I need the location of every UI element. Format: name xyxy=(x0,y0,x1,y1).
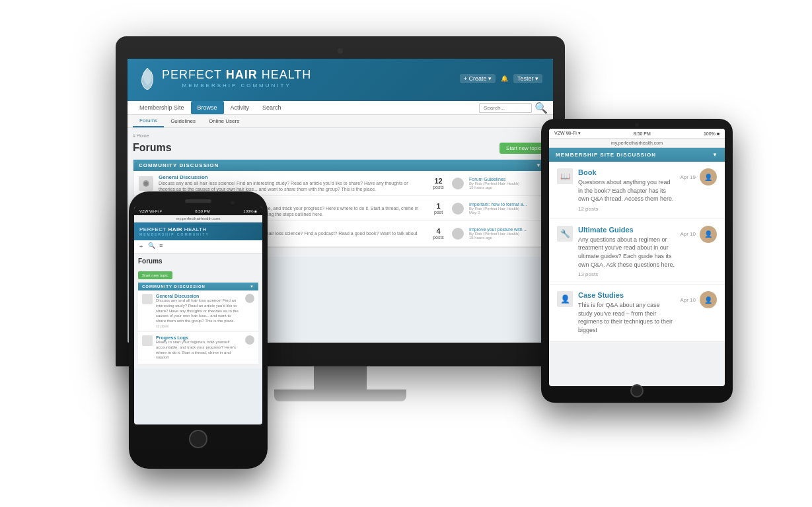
logo-icon xyxy=(138,67,157,90)
monitor-search-input[interactable] xyxy=(479,103,532,113)
search-icon[interactable]: 🔍 xyxy=(535,102,548,114)
tablet-screen: VZW Wi-Fi ▾ 8:50 PM 100% ■ my.perfecthai… xyxy=(549,129,725,386)
tablet-forum-date-guides: Apr 10 xyxy=(680,231,696,237)
phone-time: 8:50 PM xyxy=(195,209,209,213)
phone-status-bar: VZW Wi-Fi ▾ 8:50 PM 100% ■ xyxy=(134,207,262,215)
tablet-forum-info-cases: Case Studies This is for Q&A about any c… xyxy=(578,291,675,334)
phone-content: Forums Start new topic COMMUNITY DISCUSS… xyxy=(134,254,262,368)
tablet-section-header: MEMBERSHIP SITE DISCUSSION ▼ xyxy=(549,148,725,162)
phone-site-header: PERFECT HAIR HEALTH MEMBERSHIP COMMUNITY xyxy=(134,222,262,240)
tablet-forum-date-book: Apr 19 xyxy=(680,174,696,180)
phone-speaker xyxy=(185,199,211,203)
monitor-nav-search[interactable]: Search xyxy=(256,101,288,114)
phone-url-bar[interactable]: my.perfecthairhealth.com xyxy=(134,215,262,222)
tablet-forum-avatar-cases: 👤 xyxy=(700,291,717,308)
list-item: 👤 Case Studies This is for Q&A about any… xyxy=(549,285,725,341)
phone-forum-name-1[interactable]: General Discussion xyxy=(156,294,242,298)
phone-forum-info-2: Progress Logs Ready to start your regime… xyxy=(156,335,242,360)
scene: PERFECT HAIR HEALTH MEMBERSHIP COMMUNITY… xyxy=(0,0,812,507)
notification-icon[interactable]: 🔔 xyxy=(501,75,508,82)
tablet-forum-desc-cases: This is for Q&A about any case study you… xyxy=(578,301,675,334)
monitor-sub-nav-online-users[interactable]: Online Users xyxy=(202,116,246,127)
tablet-forum-posts-guides: 13 posts xyxy=(578,271,675,277)
forum-posts-general: 12 posts xyxy=(430,177,447,189)
monitor-section-header: COMMUNITY DISCUSSION ▼ xyxy=(133,160,547,171)
forum-avatar-progress xyxy=(452,203,464,215)
phone-forum-desc-1: Discuss any and all hair loss science! F… xyxy=(156,298,242,324)
forum-latest-progress: Important: how to format a... By Rob (Pe… xyxy=(469,202,542,215)
phone-forum-info-1: General Discussion Discuss any and all h… xyxy=(156,294,242,328)
phone-search-icon[interactable]: 🔍 xyxy=(148,242,155,251)
tablet-status-bar: VZW Wi-Fi ▾ 8:50 PM 100% ■ xyxy=(549,129,725,139)
phone-menu-icon[interactable]: ≡ xyxy=(159,242,163,251)
phone-home-button[interactable] xyxy=(189,430,207,448)
monitor-sub-nav: Forums Guidelines Online Users xyxy=(128,115,553,128)
tablet-forum-meta-cases: Apr 10 👤 xyxy=(680,291,717,308)
phone-start-topic-btn[interactable]: Start new topic xyxy=(138,271,172,279)
phone-forum-name-2[interactable]: Progress Logs xyxy=(156,335,242,340)
smartphone: VZW Wi-Fi ▾ 8:50 PM 100% ■ my.perfecthai… xyxy=(129,191,268,469)
tablet-forum-avatar-guides: 👤 xyxy=(700,226,717,243)
phone-forum-posts-1: 12 posts xyxy=(156,324,242,328)
forum-icon-general xyxy=(139,176,153,191)
tablet-forum-date-cases: Apr 10 xyxy=(680,297,696,303)
tablet-forum-name-cases[interactable]: Case Studies xyxy=(578,291,675,299)
create-button[interactable]: + Create ▾ xyxy=(460,74,496,83)
list-item: 🔧 Ultimate Guides Any questions about a … xyxy=(549,219,725,285)
tablet-content: 📖 Book Questions about anything you read… xyxy=(549,162,725,342)
monitor-nav-activity[interactable]: Activity xyxy=(224,101,256,114)
monitor-site-header: PERFECT HAIR HEALTH MEMBERSHIP COMMUNITY… xyxy=(128,59,553,101)
phone-collapse-icon[interactable]: ▼ xyxy=(250,285,254,288)
monitor-stand-base xyxy=(274,389,406,401)
monitor-nav-browse[interactable]: Browse xyxy=(191,101,224,114)
tablet-frame: VZW Wi-Fi ▾ 8:50 PM 100% ■ my.perfecthai… xyxy=(541,119,733,403)
forum-latest-general: Forum Guidelines By Rob (Perfect Hair He… xyxy=(469,177,542,189)
tablet-forum-desc-guides: Any questions about a regimen or treatme… xyxy=(578,236,675,269)
forum-avatar-general xyxy=(452,178,464,189)
tablet-forum-meta-guides: Apr 10 👤 xyxy=(680,226,717,243)
monitor-logo-text: PERFECT HAIR HEALTH xyxy=(162,69,311,82)
tablet-forum-avatar-book: 👤 xyxy=(700,168,717,186)
phone-nav-icons: ＋ 🔍 ≡ xyxy=(138,242,163,251)
monitor-header-actions: + Create ▾ 🔔 Tester ▾ xyxy=(460,74,542,83)
phone-nav-bar: ＋ 🔍 ≡ xyxy=(134,240,262,254)
phone-screen: VZW Wi-Fi ▾ 8:50 PM 100% ■ my.perfecthai… xyxy=(134,207,262,424)
tablet-forum-icon-book: 📖 xyxy=(557,168,573,184)
forum-desc-general: Discuss any and all hair loss science! F… xyxy=(159,180,425,192)
svg-point-1 xyxy=(144,182,148,186)
monitor-stand-neck xyxy=(314,366,367,389)
tablet-forum-info-guides: Ultimate Guides Any questions about a re… xyxy=(578,226,675,277)
phone-add-icon[interactable]: ＋ xyxy=(138,242,144,251)
monitor-nav-membership-site[interactable]: Membership Site xyxy=(133,101,191,114)
tablet-forum-name-guides[interactable]: Ultimate Guides xyxy=(578,226,675,234)
monitor-breadcrumb: # Home xyxy=(133,133,548,138)
tablet-forum-meta-book: Apr 19 👤 xyxy=(680,168,717,186)
tablet-forum-posts-book: 12 posts xyxy=(578,206,675,212)
phone-forum-icon-2 xyxy=(142,335,153,346)
monitor-logo-subtitle: MEMBERSHIP COMMUNITY xyxy=(162,83,311,88)
tablet-collapse-icon[interactable]: ▼ xyxy=(712,152,718,158)
phone-carrier: VZW Wi-Fi ▾ xyxy=(139,209,162,213)
forum-latest-offtopic: Improve your posture with ... By Rob (Pe… xyxy=(469,227,542,240)
list-item: General Discussion Discuss any and all h… xyxy=(138,290,258,332)
tablet-forum-name-book[interactable]: Book xyxy=(578,168,675,176)
monitor-logo: PERFECT HAIR HEALTH MEMBERSHIP COMMUNITY xyxy=(138,67,311,90)
tablet: VZW Wi-Fi ▾ 8:50 PM 100% ■ my.perfecthai… xyxy=(541,119,733,403)
monitor-camera xyxy=(338,48,343,53)
phone-forum-desc-2: Ready to start your regimen, hold yourse… xyxy=(156,340,242,360)
phone-frame: VZW Wi-Fi ▾ 8:50 PM 100% ■ my.perfecthai… xyxy=(129,191,268,469)
phone-section-header: COMMUNITY DISCUSSION ▼ xyxy=(138,283,258,290)
forum-name-general[interactable]: General Discussion xyxy=(159,174,425,180)
list-item: Progress Logs Ready to start your regime… xyxy=(138,332,258,364)
tablet-url-bar[interactable]: my.perfecthairhealth.com xyxy=(549,139,725,148)
phone-logo-subtitle: MEMBERSHIP COMMUNITY xyxy=(139,232,257,236)
tablet-home-button[interactable] xyxy=(630,384,644,397)
list-item: 📖 Book Questions about anything you read… xyxy=(549,162,725,219)
monitor-sub-nav-guidelines[interactable]: Guidelines xyxy=(164,116,202,127)
monitor-nav-bar: Membership Site Browse Activity Search 🔍 xyxy=(128,101,553,115)
monitor-sub-nav-forums[interactable]: Forums xyxy=(133,115,164,127)
monitor-search: 🔍 xyxy=(479,102,548,114)
user-menu[interactable]: Tester ▾ xyxy=(513,74,542,83)
phone-forums-title: Forums xyxy=(138,257,258,265)
tablet-forum-desc-book: Questions about anything you read in the… xyxy=(578,178,675,203)
